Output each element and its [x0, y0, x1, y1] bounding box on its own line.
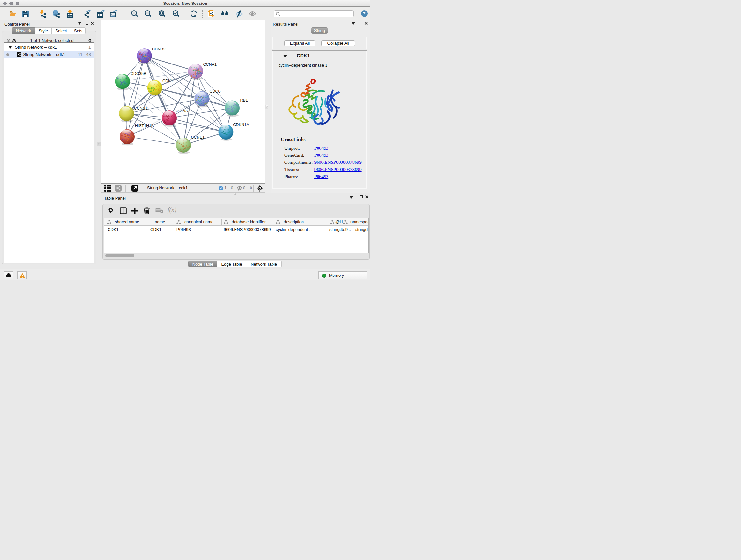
- svg-text:CDK1: CDK1: [162, 79, 173, 83]
- svg-text:CDC6: CDC6: [210, 89, 220, 94]
- svg-text:CCNB1: CCNB1: [134, 106, 147, 111]
- svg-text:RB1: RB1: [240, 98, 248, 103]
- svg-text:CDKN1A: CDKN1A: [233, 123, 249, 127]
- svg-text:CDC25B: CDC25B: [131, 71, 146, 76]
- svg-text:CCNA1: CCNA1: [203, 62, 217, 67]
- svg-text:HIST1H1A: HIST1H1A: [135, 124, 154, 128]
- svg-text:CCNB2: CCNB2: [152, 47, 165, 51]
- svg-text:CCNA2: CCNA2: [177, 109, 190, 113]
- svg-text:CCNE1: CCNE1: [191, 135, 205, 139]
